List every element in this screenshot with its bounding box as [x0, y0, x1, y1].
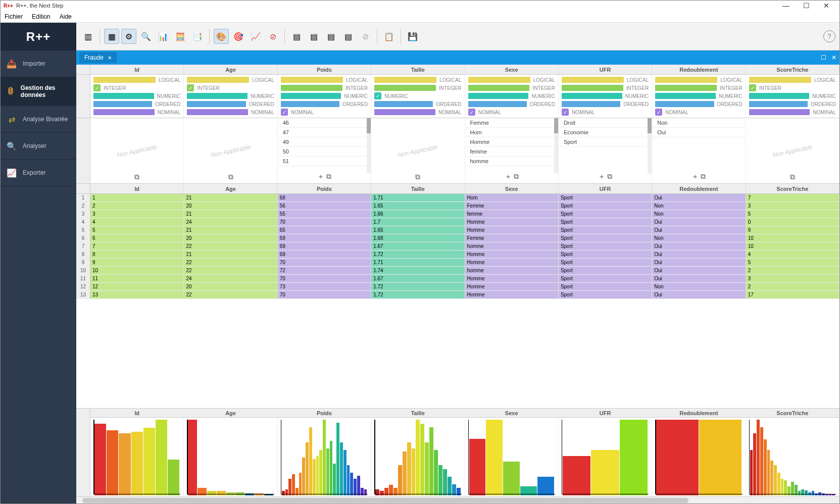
cell-poids[interactable]: 70 — [278, 275, 371, 282]
type-option-numeric[interactable]: NUMERIC — [187, 92, 274, 100]
chart-plot[interactable] — [278, 418, 371, 496]
value-item[interactable]: Non — [652, 118, 745, 128]
type-option-ordered[interactable]: ORDERED — [468, 100, 555, 108]
type-option-numeric[interactable]: NUMERIC — [562, 92, 649, 100]
copy-icon[interactable]: ⧉ — [607, 172, 612, 181]
cell-taille[interactable]: 1.71 — [371, 194, 465, 201]
cell-redoublement[interactable]: Oui — [652, 242, 746, 250]
copy-icon[interactable]: ⧉ — [326, 172, 331, 181]
type-option-integer[interactable]: ✓INTEGER — [93, 84, 180, 92]
cell-age[interactable]: 20 — [184, 202, 277, 210]
menu-fichier[interactable]: Fichier — [5, 13, 23, 20]
cell-scoretriche[interactable]: 5 — [746, 210, 839, 218]
data-column-header-scoretriche[interactable]: ScoreTriche — [746, 184, 839, 193]
cell-scoretriche[interactable]: 10 — [746, 242, 839, 250]
table-row[interactable]: 2220561.65FemmeSportNon3 — [76, 202, 839, 210]
tb-calendar-2[interactable]: ▤ — [306, 29, 321, 44]
cell-ufr[interactable]: Sport — [559, 275, 652, 282]
cell-id[interactable]: 11 — [90, 275, 184, 282]
table-row[interactable]: 5521651.65HommeSportOui9 — [76, 226, 839, 234]
type-option-integer[interactable]: INTEGER — [281, 84, 368, 92]
cell-taille[interactable]: 1.68 — [371, 234, 465, 242]
tb-column-icon[interactable]: 📊 — [156, 29, 171, 44]
cell-id[interactable]: 13 — [90, 291, 184, 298]
cell-sexe[interactable]: Homme — [465, 283, 559, 290]
chart-plot[interactable] — [371, 418, 464, 496]
cell-taille[interactable]: 1.66 — [371, 210, 465, 218]
chart-plot[interactable] — [746, 418, 839, 496]
type-option-ordered[interactable]: ORDERED — [281, 100, 368, 108]
cell-sexe[interactable]: Hom — [465, 194, 559, 201]
cell-poids[interactable]: 69 — [278, 250, 371, 258]
type-option-numeric[interactable]: ✓NUMERIC — [374, 92, 461, 100]
cell-id[interactable]: 3 — [90, 210, 184, 218]
tab-close-icon[interactable]: ✕ — [108, 55, 112, 61]
tb-clipboard-icon[interactable]: 📋 — [381, 29, 397, 44]
cell-redoublement[interactable]: Oui — [652, 275, 746, 282]
cell-ufr[interactable]: Sport — [559, 202, 652, 210]
cell-poids[interactable]: 70 — [278, 291, 371, 298]
table-row[interactable]: 6620591.68FemmeSportNon10 — [76, 234, 839, 242]
cell-poids[interactable]: 70 — [278, 259, 371, 266]
tb-calendar-4[interactable]: ▤ — [340, 29, 356, 44]
cell-scoretriche[interactable]: 2 — [746, 267, 839, 274]
cell-id[interactable]: 4 — [90, 218, 184, 226]
cell-scoretriche[interactable]: 5 — [746, 259, 839, 266]
cell-id[interactable]: 10 — [90, 267, 184, 274]
cell-age[interactable]: 20 — [184, 234, 277, 242]
column-header-age[interactable]: Age — [184, 65, 277, 74]
sidebar-item-1[interactable]: 🛢Gestion des données — [1, 77, 76, 106]
cell-scoretriche[interactable]: 3 — [746, 275, 839, 282]
tb-paint-icon[interactable]: 🎨 — [214, 29, 229, 44]
horizontal-scrollbar[interactable] — [76, 496, 839, 503]
value-item[interactable]: 47 — [278, 128, 371, 137]
tb-calendar-1[interactable]: ▤ — [289, 29, 304, 44]
tab-close-all-icon[interactable]: ✕ — [831, 54, 836, 61]
column-header-redoublement[interactable]: Redoublement — [652, 65, 746, 74]
cell-id[interactable]: 1 — [90, 194, 184, 201]
type-option-integer[interactable]: INTEGER — [374, 84, 461, 92]
cell-age[interactable]: 21 — [184, 250, 277, 258]
type-option-logical[interactable]: LOGICAL — [281, 76, 368, 84]
value-item[interactable]: Oui — [652, 128, 745, 137]
type-option-ordered[interactable]: ORDERED — [374, 100, 461, 108]
cell-age[interactable]: 22 — [184, 291, 277, 298]
type-option-logical[interactable]: LOGICAL — [655, 76, 742, 84]
menu-aide[interactable]: Aide — [60, 13, 72, 20]
cell-scoretriche[interactable]: 9 — [746, 226, 839, 234]
cell-poids[interactable]: 68 — [278, 194, 371, 201]
tb-chart-icon[interactable]: 📈 — [248, 29, 263, 44]
type-option-logical[interactable]: LOGICAL — [374, 76, 461, 84]
type-option-nominal[interactable]: ✓NOMINAL — [281, 108, 368, 116]
cell-ufr[interactable]: Sport — [559, 291, 652, 298]
tb-grid[interactable]: ▦ — [104, 29, 119, 44]
copy-icon[interactable]: ⧉ — [228, 173, 233, 181]
cell-id[interactable]: 6 — [90, 234, 184, 242]
cell-id[interactable]: 7 — [90, 242, 184, 250]
cell-ufr[interactable]: Sport — [559, 242, 652, 250]
scrollbar[interactable] — [648, 118, 652, 173]
cell-sexe[interactable]: Homme — [465, 218, 559, 226]
cell-age[interactable]: 21 — [184, 194, 277, 201]
table-row[interactable]: 131322701.72HommeSportOui17 — [76, 291, 839, 299]
tb-toggle-panel[interactable]: ▥ — [80, 29, 95, 44]
value-item[interactable]: 50 — [278, 147, 371, 157]
cell-ufr[interactable]: Sport — [559, 226, 652, 234]
cell-id[interactable]: 12 — [90, 283, 184, 290]
cell-scoretriche[interactable]: 10 — [746, 234, 839, 242]
tab-maximize-icon[interactable]: ☐ — [821, 54, 826, 61]
cell-age[interactable]: 20 — [184, 283, 277, 290]
cell-redoublement[interactable]: Non — [652, 283, 746, 290]
cell-poids[interactable]: 70 — [278, 218, 371, 226]
help-button[interactable]: ? — [823, 30, 835, 42]
data-column-header-taille[interactable]: Taille — [371, 184, 465, 193]
data-column-header-redoublement[interactable]: Redoublement — [652, 184, 746, 193]
cell-taille[interactable]: 1.72 — [371, 283, 465, 290]
type-option-numeric[interactable]: NUMERIC — [749, 92, 836, 100]
cell-id[interactable]: 8 — [90, 250, 184, 258]
scrollbar[interactable] — [554, 118, 558, 173]
value-item[interactable]: Droit — [559, 118, 652, 128]
minimize-button[interactable]: — — [776, 2, 796, 10]
type-option-integer[interactable]: INTEGER — [655, 84, 742, 92]
column-header-poids[interactable]: Poids — [278, 65, 371, 74]
